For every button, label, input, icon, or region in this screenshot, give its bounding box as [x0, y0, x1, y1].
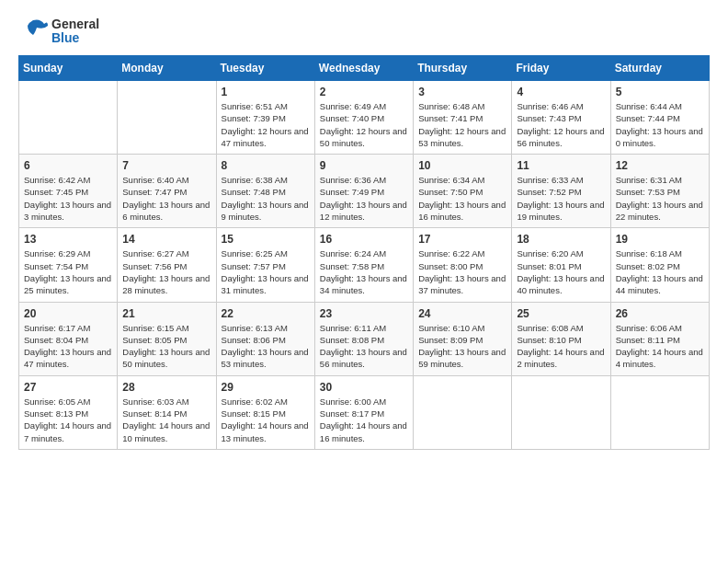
day-number: 29: [222, 381, 310, 394]
day-number: 10: [418, 159, 506, 172]
day-cell: 3Sunrise: 6:48 AMSunset: 7:41 PMDaylight…: [414, 81, 512, 155]
day-cell: 1Sunrise: 6:51 AMSunset: 7:39 PMDaylight…: [216, 81, 314, 155]
page: General Blue SundayMondayTuesdayWednesda…: [0, 0, 728, 466]
day-info: Sunrise: 6:15 AMSunset: 8:05 PMDaylight:…: [122, 322, 210, 371]
day-info: Sunrise: 6:27 AMSunset: 7:56 PMDaylight:…: [122, 247, 210, 296]
day-number: 26: [616, 307, 704, 320]
day-number: 19: [616, 233, 704, 246]
day-info: Sunrise: 6:25 AMSunset: 7:57 PMDaylight:…: [222, 247, 310, 296]
day-number: 16: [320, 233, 408, 246]
week-row-5: 27Sunrise: 6:05 AMSunset: 8:13 PMDayligh…: [19, 375, 710, 449]
logo-blue-text: Blue: [51, 31, 99, 45]
day-info: Sunrise: 6:13 AMSunset: 8:06 PMDaylight:…: [222, 322, 310, 371]
weekday-header-friday: Friday: [512, 56, 610, 81]
day-info: Sunrise: 6:05 AMSunset: 8:13 PMDaylight:…: [24, 396, 112, 444]
day-cell: 25Sunrise: 6:08 AMSunset: 8:10 PMDayligh…: [512, 302, 610, 375]
day-cell: 8Sunrise: 6:38 AMSunset: 7:48 PMDaylight…: [216, 155, 314, 228]
week-row-4: 20Sunrise: 6:17 AMSunset: 8:04 PMDayligh…: [19, 302, 710, 375]
day-number: 14: [122, 233, 210, 246]
day-info: Sunrise: 6:36 AMSunset: 7:49 PMDaylight:…: [320, 174, 408, 223]
day-info: Sunrise: 6:02 AMSunset: 8:15 PMDaylight:…: [222, 396, 310, 444]
day-info: Sunrise: 6:38 AMSunset: 7:48 PMDaylight:…: [222, 174, 310, 223]
day-number: 3: [418, 86, 506, 98]
weekday-header-row: SundayMondayTuesdayWednesdayThursdayFrid…: [19, 56, 710, 81]
day-number: 8: [222, 159, 310, 172]
day-info: Sunrise: 6:08 AMSunset: 8:10 PMDaylight:…: [517, 322, 605, 371]
day-cell: 7Sunrise: 6:40 AMSunset: 7:47 PMDaylight…: [118, 155, 216, 228]
day-cell: 26Sunrise: 6:06 AMSunset: 8:11 PMDayligh…: [610, 302, 709, 375]
day-info: Sunrise: 6:17 AMSunset: 8:04 PMDaylight:…: [24, 322, 112, 371]
day-cell: 17Sunrise: 6:22 AMSunset: 8:00 PMDayligh…: [414, 228, 512, 302]
logo: General Blue: [18, 17, 99, 46]
day-cell: 18Sunrise: 6:20 AMSunset: 8:01 PMDayligh…: [512, 228, 610, 302]
day-number: 30: [320, 381, 408, 394]
day-number: 23: [320, 307, 408, 320]
day-cell: 16Sunrise: 6:24 AMSunset: 7:58 PMDayligh…: [314, 228, 413, 302]
day-cell: 11Sunrise: 6:33 AMSunset: 7:52 PMDayligh…: [512, 155, 610, 228]
day-number: 11: [517, 159, 605, 172]
day-cell: 21Sunrise: 6:15 AMSunset: 8:05 PMDayligh…: [118, 302, 216, 375]
week-row-3: 13Sunrise: 6:29 AMSunset: 7:54 PMDayligh…: [19, 228, 710, 302]
day-cell: [118, 81, 216, 155]
day-info: Sunrise: 6:00 AMSunset: 8:17 PMDaylight:…: [320, 396, 408, 444]
weekday-header-wednesday: Wednesday: [314, 56, 413, 81]
header: General Blue: [18, 17, 710, 46]
day-number: 27: [24, 381, 112, 394]
day-cell: 14Sunrise: 6:27 AMSunset: 7:56 PMDayligh…: [118, 228, 216, 302]
day-cell: 24Sunrise: 6:10 AMSunset: 8:09 PMDayligh…: [414, 302, 512, 375]
day-info: Sunrise: 6:24 AMSunset: 7:58 PMDaylight:…: [320, 247, 408, 296]
day-number: 2: [320, 86, 408, 98]
day-info: Sunrise: 6:22 AMSunset: 8:00 PMDaylight:…: [418, 247, 506, 296]
weekday-header-monday: Monday: [118, 56, 216, 81]
day-info: Sunrise: 6:31 AMSunset: 7:53 PMDaylight:…: [616, 174, 704, 223]
day-info: Sunrise: 6:40 AMSunset: 7:47 PMDaylight:…: [122, 174, 210, 223]
day-info: Sunrise: 6:20 AMSunset: 8:01 PMDaylight:…: [517, 247, 605, 296]
day-number: 18: [517, 233, 605, 246]
day-info: Sunrise: 6:03 AMSunset: 8:14 PMDaylight:…: [122, 396, 210, 444]
day-number: 5: [616, 86, 704, 98]
day-info: Sunrise: 6:10 AMSunset: 8:09 PMDaylight:…: [418, 322, 506, 371]
day-cell: 19Sunrise: 6:18 AMSunset: 8:02 PMDayligh…: [610, 228, 709, 302]
weekday-header-sunday: Sunday: [19, 56, 118, 81]
day-cell: 23Sunrise: 6:11 AMSunset: 8:08 PMDayligh…: [314, 302, 413, 375]
day-number: 24: [418, 307, 506, 320]
day-number: 7: [122, 159, 210, 172]
calendar-table: SundayMondayTuesdayWednesdayThursdayFrid…: [18, 55, 710, 450]
day-info: Sunrise: 6:34 AMSunset: 7:50 PMDaylight:…: [418, 174, 506, 223]
day-number: 17: [418, 233, 506, 246]
day-number: 22: [222, 307, 310, 320]
day-cell: 30Sunrise: 6:00 AMSunset: 8:17 PMDayligh…: [314, 375, 413, 449]
day-info: Sunrise: 6:18 AMSunset: 8:02 PMDaylight:…: [616, 247, 704, 296]
day-cell: 6Sunrise: 6:42 AMSunset: 7:45 PMDaylight…: [19, 155, 118, 228]
day-cell: 22Sunrise: 6:13 AMSunset: 8:06 PMDayligh…: [216, 302, 314, 375]
day-cell: 10Sunrise: 6:34 AMSunset: 7:50 PMDayligh…: [414, 155, 512, 228]
day-cell: 15Sunrise: 6:25 AMSunset: 7:57 PMDayligh…: [216, 228, 314, 302]
day-number: 15: [222, 233, 310, 246]
day-cell: [19, 81, 118, 155]
day-number: 6: [24, 159, 112, 172]
day-number: 21: [122, 307, 210, 320]
day-cell: 12Sunrise: 6:31 AMSunset: 7:53 PMDayligh…: [610, 155, 709, 228]
day-cell: 2Sunrise: 6:49 AMSunset: 7:40 PMDaylight…: [314, 81, 413, 155]
day-cell: 9Sunrise: 6:36 AMSunset: 7:49 PMDaylight…: [314, 155, 413, 228]
day-number: 25: [517, 307, 605, 320]
day-number: 20: [24, 307, 112, 320]
day-cell: 5Sunrise: 6:44 AMSunset: 7:44 PMDaylight…: [610, 81, 709, 155]
day-number: 12: [616, 159, 704, 172]
day-cell: 20Sunrise: 6:17 AMSunset: 8:04 PMDayligh…: [19, 302, 118, 375]
day-cell: 13Sunrise: 6:29 AMSunset: 7:54 PMDayligh…: [19, 228, 118, 302]
day-number: 4: [517, 86, 605, 98]
day-number: 1: [222, 86, 310, 98]
day-info: Sunrise: 6:06 AMSunset: 8:11 PMDaylight:…: [616, 322, 704, 371]
day-info: Sunrise: 6:11 AMSunset: 8:08 PMDaylight:…: [320, 322, 408, 371]
day-info: Sunrise: 6:48 AMSunset: 7:41 PMDaylight:…: [418, 100, 506, 149]
day-info: Sunrise: 6:42 AMSunset: 7:45 PMDaylight:…: [24, 174, 112, 223]
day-info: Sunrise: 6:44 AMSunset: 7:44 PMDaylight:…: [616, 100, 704, 149]
day-cell: 4Sunrise: 6:46 AMSunset: 7:43 PMDaylight…: [512, 81, 610, 155]
logo-general-text: General: [51, 17, 99, 31]
day-number: 9: [320, 159, 408, 172]
day-number: 13: [24, 233, 112, 246]
weekday-header-thursday: Thursday: [414, 56, 512, 81]
day-info: Sunrise: 6:49 AMSunset: 7:40 PMDaylight:…: [320, 100, 408, 149]
day-info: Sunrise: 6:29 AMSunset: 7:54 PMDaylight:…: [24, 247, 112, 296]
